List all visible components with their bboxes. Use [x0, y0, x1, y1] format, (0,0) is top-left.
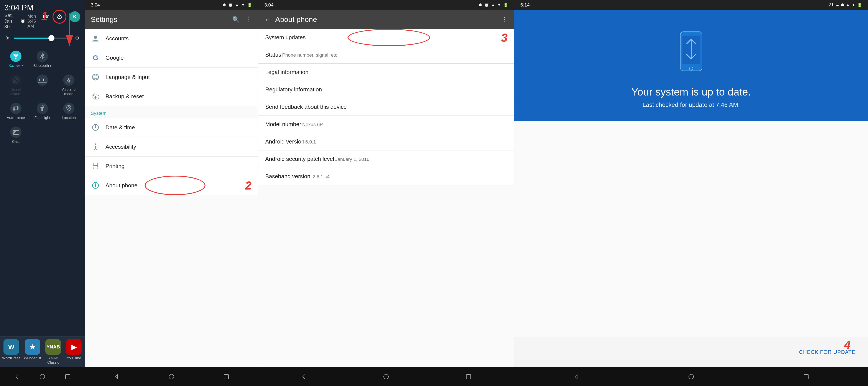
backup-label: Backup & reset	[105, 93, 144, 100]
back-button-1[interactable]	[11, 371, 22, 382]
about-list: System updates 3 Status Phone number, si…	[258, 29, 514, 367]
home-button-3[interactable]	[381, 371, 392, 382]
back-button-3b[interactable]	[299, 371, 309, 382]
settings-item-google[interactable]: G Google	[85, 48, 258, 67]
about-header: ← About phone ⋮	[258, 10, 514, 29]
settings-item-accessibility[interactable]: Accessibility	[85, 137, 258, 156]
legal-info-item[interactable]: Legal information	[258, 64, 514, 81]
recents-button-2[interactable]	[221, 371, 232, 382]
security-patch-title: Android security patch level	[265, 156, 334, 162]
check-update-area: CHECK FOR UPDATE	[514, 346, 868, 367]
settings-item-datetime[interactable]: Date & time	[85, 118, 258, 137]
flashlight-icon	[37, 103, 48, 114]
model-number-item[interactable]: Model number Nexus 6P	[258, 116, 514, 133]
avatar[interactable]: K	[69, 11, 80, 22]
notif-statusbar: 3:04 PM Sat, Jan 30 ⏰ Mon 6:45 AM 100 ⚙ …	[0, 0, 85, 31]
app-ynab[interactable]: YNAB YNAB Classic	[45, 339, 62, 365]
search-icon[interactable]: 🔍	[232, 16, 240, 23]
security-patch-item[interactable]: Android security patch level January 1, …	[258, 150, 514, 168]
update-sub-text: Last checked for update at 7:46 AM.	[643, 101, 740, 108]
about-more-icon[interactable]: ⋮	[501, 16, 508, 23]
recents-button-1[interactable]	[62, 371, 73, 382]
home-button-1[interactable]	[37, 371, 48, 382]
svg-marker-9	[40, 107, 44, 108]
regulatory-item[interactable]: Regulatory information	[258, 81, 514, 98]
svg-rect-49	[804, 375, 808, 379]
apps-bar: W WordPress ★ Wunderlist YNAB YNAB Class…	[0, 336, 85, 367]
brightness-track[interactable]	[14, 37, 72, 39]
brightness-row[interactable]: ☀ ⚙	[0, 31, 85, 45]
accessibility-label: Accessibility	[105, 144, 136, 150]
datetime-label: Date & time	[105, 124, 135, 131]
settings-item-accounts[interactable]: Accounts	[85, 29, 258, 48]
accounts-icon	[91, 34, 100, 43]
google-label: Google	[105, 55, 124, 61]
settings-circle-button[interactable]: ⚙	[53, 10, 66, 24]
settings-item-about[interactable]: i About phone 2	[85, 176, 258, 195]
lte-tile[interactable]: LTE	[29, 70, 56, 99]
location-tile[interactable]: Location	[56, 99, 82, 123]
settings-statusbar: 3:04 ✱ ⏰ ▲ ▼ 🔋	[85, 0, 258, 10]
settings-header: Settings 🔍 ⋮	[85, 10, 258, 29]
regulatory-title: Regulatory information	[265, 86, 322, 93]
back-button-2[interactable]	[111, 371, 122, 382]
back-button-3[interactable]: ←	[264, 16, 271, 23]
recents-button-3[interactable]	[463, 371, 474, 382]
svg-rect-10	[41, 108, 43, 111]
home-button-2[interactable]	[166, 371, 177, 382]
model-number-title: Model number	[265, 121, 301, 127]
app-wunderlist[interactable]: ★ Wunderlist	[24, 339, 41, 365]
system-updates-title: System updates	[265, 34, 306, 40]
back-button-4[interactable]	[571, 371, 582, 382]
wifi-tile[interactable]: Kagnew ▾	[3, 47, 29, 70]
system-updates-circle	[347, 29, 430, 46]
svg-point-14	[68, 107, 70, 108]
cast-tile[interactable]: Cast	[3, 123, 29, 147]
app-youtube[interactable]: ▶ YouTube	[65, 339, 83, 365]
bluetooth-tile[interactable]: Bluetooth ▾	[29, 47, 56, 70]
feedback-item[interactable]: Send feedback about this device	[258, 98, 514, 116]
svg-line-13	[43, 106, 44, 107]
update-statusbar: 6:14 31 ☁ ✱ ▲ ▼ 🔋	[514, 0, 868, 10]
check-update-button[interactable]: CHECK FOR UPDATE	[797, 346, 857, 359]
settings-item-printing[interactable]: Printing	[85, 156, 258, 176]
svg-text:i: i	[95, 183, 96, 187]
wifi-icon	[10, 51, 22, 62]
brightness-thumb[interactable]	[49, 35, 55, 41]
system-updates-item[interactable]: System updates 3	[258, 29, 514, 46]
accounts-label: Accounts	[105, 35, 129, 42]
airplane-tile[interactable]: Airplane mode	[56, 70, 82, 99]
android-illustration	[670, 23, 713, 80]
home-button-4[interactable]	[686, 371, 696, 382]
status-item[interactable]: Status Phone number, signal, etc.	[258, 46, 514, 64]
notif-top-icons: 100 ⚙ K	[42, 10, 80, 24]
settings-panel: 3:04 ✱ ⏰ ▲ ▼ 🔋 Settings 🔍 ⋮ Accounts	[85, 0, 258, 386]
baseband-item[interactable]: Baseband version .2.6.1.c4	[258, 168, 514, 185]
ynab-label: YNAB Classic	[45, 356, 62, 365]
settings-item-language[interactable]: Language & input	[85, 67, 258, 87]
divider	[3, 149, 81, 149]
backup-icon	[91, 92, 100, 101]
legal-info-title: Legal information	[265, 69, 308, 75]
brightness-icon: ☀	[5, 35, 10, 41]
time-block: 3:04 PM Sat, Jan 30 ⏰ Mon 6:45 AM	[4, 4, 42, 30]
recents-button-4[interactable]	[801, 371, 812, 382]
app-wordpress[interactable]: W WordPress	[2, 339, 21, 365]
android-version-item[interactable]: Android version 6.0.1	[258, 133, 514, 150]
settings-item-backup[interactable]: Backup & reset	[85, 87, 258, 106]
flashlight-tile[interactable]: Flashlight	[29, 99, 56, 123]
language-icon	[91, 72, 100, 82]
svg-point-29	[95, 144, 96, 145]
more-options-icon[interactable]: ⋮	[246, 16, 252, 23]
accessibility-icon	[91, 142, 100, 151]
svg-rect-19	[65, 375, 70, 379]
autorotate-tile[interactable]: Auto-rotate	[3, 99, 29, 123]
dnd-tile[interactable]: Do not disturb	[3, 70, 29, 99]
wunderlist-label: Wunderlist	[24, 356, 41, 360]
youtube-label: YouTube	[67, 356, 81, 360]
about-phone-panel: 3:04 ✱ ⏰ ▲ ▼ 🔋 ← About phone ⋮ System up…	[258, 0, 514, 386]
svg-point-37	[169, 374, 174, 379]
about-phone-label: About phone	[105, 182, 137, 189]
svg-point-16	[13, 134, 14, 135]
brightness-settings-icon[interactable]: ⚙	[75, 35, 80, 41]
